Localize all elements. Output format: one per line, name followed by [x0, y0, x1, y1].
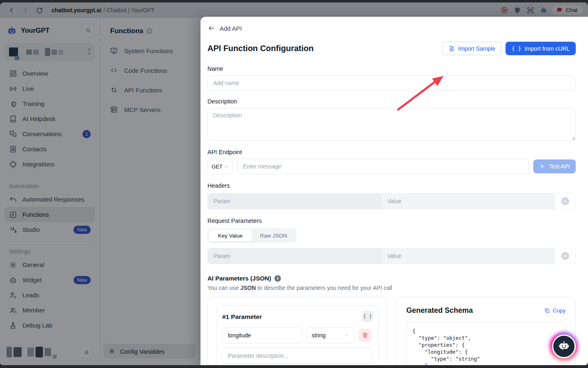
generated-schema-panel: Generated Schema Copy { "type": "object"…	[396, 297, 576, 365]
modal-back-label[interactable]: Add API	[220, 25, 242, 32]
delete-parameter-button[interactable]	[359, 329, 372, 342]
import-curl-button[interactable]: { } Import from cURL	[506, 42, 576, 55]
schema-code-block: { "type": "object", "properties": { "lon…	[406, 322, 566, 365]
parameter-type-value: string	[312, 332, 325, 339]
request-value-input[interactable]: Value	[381, 248, 555, 264]
browser-window: chatbot.yourgpt.ai / Chatbot | YourGPT C…	[0, 2, 588, 365]
description-label: Description	[207, 98, 576, 105]
copy-icon	[544, 307, 550, 314]
parameter-type-select[interactable]: string	[306, 327, 354, 343]
headers-label: Headers	[207, 182, 576, 189]
parameters-list-panel: #1 Parameter { } string	[207, 297, 387, 365]
name-label: Name	[207, 65, 576, 72]
add-header-button[interactable]	[555, 193, 575, 209]
request-params-row: Param Value	[207, 248, 576, 264]
api-endpoint-label: API Endpoint	[207, 149, 576, 155]
request-param-input[interactable]: Param	[208, 248, 381, 264]
back-arrow-icon[interactable]	[207, 24, 216, 32]
import-sample-button[interactable]: Import Sample	[442, 42, 502, 55]
add-request-param-button[interactable]	[555, 248, 575, 264]
plus-circle-icon	[561, 197, 569, 205]
method-value: GET	[212, 164, 223, 170]
name-input[interactable]	[207, 75, 576, 91]
headers-row: Param Value	[207, 193, 576, 209]
endpoint-url-input[interactable]	[237, 159, 529, 174]
copy-label: Copy	[552, 307, 566, 314]
plus-circle-icon	[561, 252, 569, 260]
robot-face-icon	[557, 339, 571, 353]
copy-schema-button[interactable]: Copy	[544, 307, 566, 314]
info-icon[interactable]: i	[274, 275, 281, 282]
request-parameters-label: Request Parameters	[207, 218, 576, 224]
import-sample-label: Import Sample	[458, 45, 495, 52]
play-icon	[539, 163, 546, 170]
generated-schema-title: Generated Schema	[406, 306, 473, 315]
tab-key-value[interactable]: Key Value	[209, 229, 252, 242]
parameter-card-title: #1 Parameter	[222, 313, 372, 321]
import-curl-label: Import from cURL	[525, 45, 570, 52]
braces-icon: { }	[512, 45, 521, 52]
description-textarea[interactable]	[207, 108, 576, 141]
file-text-icon	[448, 45, 455, 52]
request-params-tabs: Key Value Raw JSON	[207, 228, 296, 243]
chat-widget-button[interactable]	[551, 333, 577, 359]
test-api-button[interactable]: Test API	[533, 159, 576, 173]
ai-parameters-label: AI Parameters (JSON)	[207, 275, 271, 282]
braces-badge-button[interactable]: { }	[362, 311, 373, 322]
add-api-modal: Add API API Function Configuration Impor…	[200, 17, 588, 365]
parameter-description-input[interactable]	[222, 348, 372, 364]
trash-icon	[362, 332, 368, 339]
parameter-name-input[interactable]	[222, 327, 302, 343]
tab-raw-json[interactable]: Raw JSON	[252, 229, 295, 242]
chevron-down-icon	[344, 333, 349, 338]
modal-title: API Function Configuration	[207, 44, 314, 53]
method-select[interactable]: GET	[207, 159, 233, 174]
chevron-down-icon	[224, 164, 229, 169]
ai-parameters-help: You can use JSON to describe the paramet…	[207, 285, 576, 291]
test-api-label: Test API	[549, 163, 570, 170]
header-value-input[interactable]: Value	[381, 193, 555, 209]
parameter-card: #1 Parameter { } string	[216, 305, 379, 365]
header-param-input[interactable]: Param	[208, 193, 381, 209]
